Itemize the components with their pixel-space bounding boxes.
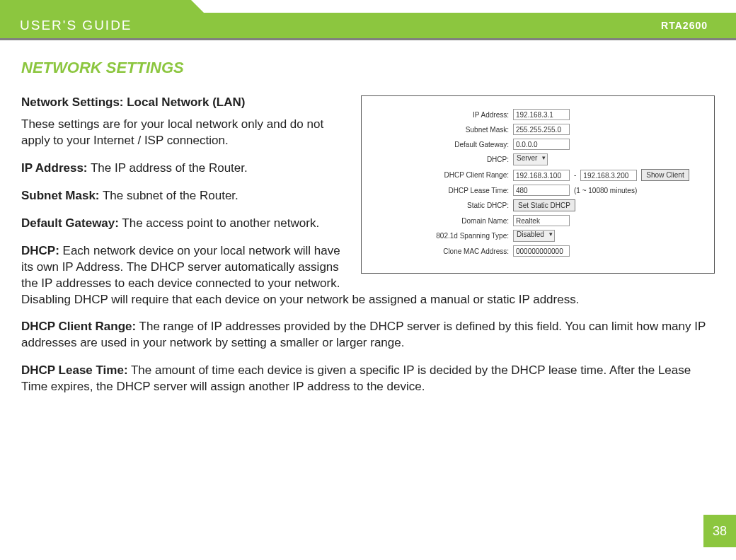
- header-main: USER'S GUIDE RTA2600: [0, 13, 736, 38]
- header-tab: [0, 0, 191, 13]
- fig-label-subnet: Subnet Mask:: [367, 126, 509, 134]
- def-range: DHCP Client Range: The range of IP addre…: [21, 319, 715, 351]
- fig-input-domain[interactable]: Realtek: [513, 215, 570, 226]
- def-gw-label: Default Gateway:: [21, 216, 119, 230]
- fig-label-lease: DHCP Lease Time:: [367, 187, 509, 194]
- page-number: 38: [703, 515, 736, 547]
- def-subnet-label: Subnet Mask:: [21, 189, 100, 202]
- def-lease-label: DHCP Lease Time:: [21, 363, 128, 377]
- header-notch: [191, 0, 204, 13]
- def-subnet-text: The subnet of the Router.: [100, 189, 238, 202]
- def-lease: DHCP Lease Time: The amount of time each…: [21, 363, 715, 395]
- fig-input-clone[interactable]: 000000000000: [513, 245, 570, 257]
- def-ip-label: IP Address:: [21, 161, 88, 175]
- fig-range-dash: -: [574, 171, 576, 179]
- fig-button-static-dhcp[interactable]: Set Static DHCP: [513, 199, 575, 211]
- fig-input-subnet[interactable]: 255.255.255.0: [513, 124, 570, 135]
- def-dhcp-label: DHCP:: [21, 244, 59, 257]
- fig-input-range-start[interactable]: 192.168.3.100: [513, 170, 570, 181]
- fig-input-ip[interactable]: 192.168.3.1: [513, 109, 570, 120]
- page-content: NETWORK SETTINGS IP Address: 192.168.3.1…: [0, 40, 736, 395]
- section-title: NETWORK SETTINGS: [21, 59, 715, 77]
- fig-input-lease[interactable]: 480: [513, 185, 570, 196]
- fig-label-clone: Clone MAC Address:: [367, 247, 509, 255]
- fig-button-show-client[interactable]: Show Client: [641, 169, 689, 181]
- settings-screenshot: IP Address: 192.168.3.1 Subnet Mask: 255…: [361, 95, 715, 274]
- def-range-label: DHCP Client Range:: [21, 320, 136, 333]
- def-gw-text: The access point to another network.: [119, 216, 319, 230]
- fig-lease-note: (1 ~ 10080 minutes): [574, 187, 637, 194]
- fig-label-static: Static DHCP:: [367, 202, 509, 209]
- guide-title: USER'S GUIDE: [20, 18, 132, 33]
- fig-input-range-end[interactable]: 192.168.3.200: [580, 170, 637, 181]
- fig-label-domain: Domain Name:: [367, 217, 509, 225]
- model-number: RTA2600: [661, 20, 708, 31]
- fig-select-dhcp[interactable]: Server: [513, 153, 548, 165]
- fig-label-gateway: Default Gateway:: [367, 141, 509, 148]
- fig-label-range: DHCP Client Range:: [367, 171, 509, 179]
- fig-label-spanning: 802.1d Spanning Type:: [367, 232, 509, 240]
- fig-input-gateway[interactable]: 0.0.0.0: [513, 139, 570, 150]
- def-ip-text: The IP address of the Router.: [88, 161, 248, 175]
- page-header: USER'S GUIDE RTA2600: [0, 0, 736, 38]
- fig-select-spanning[interactable]: Disabled: [513, 230, 555, 242]
- fig-label-dhcp: DHCP:: [367, 156, 509, 163]
- fig-label-ip: IP Address:: [367, 111, 509, 119]
